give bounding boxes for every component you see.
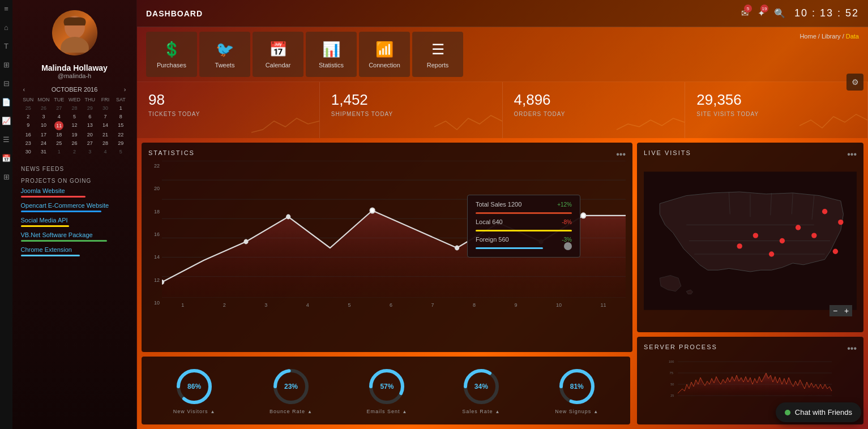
breadcrumb-data[interactable]: Data — [846, 33, 859, 40]
home-icon[interactable]: ⌂ — [4, 23, 8, 32]
gauge-circle: 23% — [271, 367, 311, 406]
calendar-day[interactable]: 13 — [83, 121, 97, 130]
calendar-day[interactable]: 5 — [67, 113, 82, 121]
gauge-label: New Signups ▲ — [555, 409, 598, 414]
menu-icon[interactable]: ≡ — [4, 5, 8, 13]
gauge-item: 81% New Signups ▲ — [555, 367, 598, 414]
chat-bubble[interactable]: Chat with Friends — [776, 402, 861, 422]
sidebar: Malinda Hollaway @malinda-h ‹ OCTOBER 20… — [12, 0, 137, 429]
calendar-day[interactable]: 30 — [98, 104, 113, 112]
tag-icon[interactable]: T — [4, 42, 8, 50]
search-icon[interactable]: 🔍 — [774, 8, 785, 19]
cal-next[interactable]: › — [124, 86, 126, 93]
calendar-day[interactable]: 20 — [83, 131, 97, 139]
gauge-label: Emails Sent ▲ — [366, 409, 407, 414]
calendar-day[interactable]: 16 — [21, 131, 36, 139]
breadcrumb-home[interactable]: Home — [799, 33, 816, 40]
project-name[interactable]: Chrome Extension — [21, 246, 129, 253]
calendar-day[interactable]: 29 — [113, 139, 128, 147]
statistics-menu[interactable]: ••• — [616, 149, 626, 160]
calendar-day[interactable]: 26 — [67, 139, 82, 147]
grid2-icon[interactable]: ⊞ — [3, 173, 10, 181]
calendar-day[interactable]: 15 — [113, 121, 128, 130]
calendar-day[interactable]: 12 — [67, 121, 82, 130]
calendar-day[interactable]: 31 — [36, 148, 51, 156]
calendar-day[interactable]: 30 — [21, 148, 36, 156]
server-process-menu[interactable]: ••• — [847, 344, 857, 354]
calendar-day[interactable]: 7 — [98, 113, 113, 121]
calendar-day[interactable]: 1 — [113, 104, 128, 112]
calendar-day[interactable]: 3 — [83, 148, 97, 156]
calendar-day[interactable]: 26 — [36, 104, 51, 112]
project-item: Social Media API — [21, 217, 129, 227]
calendar-day[interactable]: 25 — [52, 139, 66, 147]
project-name[interactable]: Opencart E-Commerce Website — [21, 202, 129, 209]
header-icon-buttons: 💲Purchases🐦Tweets📅Calendar📊Statistics📶Co… — [137, 27, 868, 81]
calendar-day[interactable]: 3 — [36, 113, 51, 121]
zoom-out-button[interactable]: − — [829, 305, 841, 316]
gauge-item: 23% Bounce Rate ▲ — [270, 367, 313, 414]
calendar-day[interactable]: 22 — [113, 131, 128, 139]
calendar-day[interactable]: 6 — [83, 113, 97, 121]
calendar-day[interactable]: 8 — [113, 113, 128, 121]
svg-point-42 — [753, 233, 758, 238]
header-btn-reports[interactable]: ☰Reports — [412, 32, 463, 77]
calendar-day[interactable]: 29 — [83, 104, 97, 112]
calendar-day[interactable]: 24 — [36, 139, 51, 147]
tooltip-foreign-change: -3% — [562, 237, 572, 243]
svg-point-43 — [737, 243, 742, 248]
project-name[interactable]: Social Media API — [21, 217, 129, 224]
tooltip-local-label: Local 640 — [476, 218, 503, 225]
chat-status-dot — [785, 410, 790, 415]
calendar-day[interactable]: 21 — [98, 131, 113, 139]
cal-prev[interactable]: ‹ — [23, 86, 25, 93]
calendar-day[interactable]: 28 — [67, 104, 82, 112]
live-visits-title: LIVE VISITS — [644, 149, 857, 156]
stats-row: 98 TICKETS TODAY 1,452 SHIPMENTS TODAY 4… — [137, 81, 868, 138]
calendar-day[interactable]: 27 — [52, 104, 66, 112]
project-name[interactable]: Joomla Website — [21, 187, 129, 194]
user-username: @malinda-h — [58, 72, 91, 79]
stat-number: 4,896 — [514, 91, 674, 109]
chart-tooltip: Total Sales 1200 +12% Local 640 -8% Fore… — [467, 195, 580, 258]
header-btn-statistics[interactable]: 📊Statistics — [306, 32, 357, 77]
notification-icon[interactable]: ✦ 19 — [758, 8, 765, 19]
calendar-day[interactable]: 25 — [21, 104, 36, 112]
zoom-in-button[interactable]: + — [841, 305, 852, 316]
header-btn-calendar[interactable]: 📅Calendar — [253, 32, 303, 77]
calendar-day[interactable]: 4 — [52, 113, 66, 121]
chart-icon[interactable]: 📈 — [2, 117, 11, 125]
calendar-day[interactable]: 1 — [52, 148, 66, 156]
live-visits-menu[interactable]: ••• — [847, 149, 857, 160]
calendar-day[interactable]: 4 — [98, 148, 113, 156]
calendar-day[interactable]: 2 — [67, 148, 82, 156]
mail-icon[interactable]: ✉ 5 — [741, 8, 749, 19]
calendar-day[interactable]: 17 — [36, 131, 51, 139]
calendar-day[interactable]: 11 — [54, 121, 63, 130]
calendar-day[interactable]: 5 — [113, 148, 128, 156]
table-icon[interactable]: ⊟ — [3, 79, 10, 88]
calendar-day[interactable]: 23 — [21, 139, 36, 147]
calendar-day[interactable]: 14 — [98, 121, 113, 130]
calendar-day[interactable]: 28 — [98, 139, 113, 147]
gauge-circle: 34% — [461, 367, 501, 406]
calendar-day[interactable]: 27 — [83, 139, 97, 147]
calendar-day[interactable]: 2 — [21, 113, 36, 121]
calendar-day[interactable]: 19 — [67, 131, 82, 139]
calendar-day[interactable]: 9 — [21, 121, 36, 130]
gauge-item: 34% Sales Rate ▲ — [461, 367, 501, 414]
svg-point-40 — [811, 233, 816, 238]
cal-icon[interactable]: 📅 — [2, 154, 11, 162]
list-icon[interactable]: ☰ — [3, 135, 10, 144]
svg-point-37 — [822, 209, 827, 214]
header-btn-tweets[interactable]: 🐦Tweets — [199, 32, 250, 77]
statistics-panel: STATISTICS ••• 22 20 18 16 14 12 10 — [142, 143, 632, 352]
doc-icon[interactable]: 📄 — [2, 98, 11, 106]
header-btn-purchases[interactable]: 💲Purchases — [146, 32, 197, 77]
calendar-day[interactable]: 10 — [36, 121, 51, 130]
breadcrumb-library[interactable]: Library — [822, 33, 841, 40]
project-name[interactable]: VB.Net Software Package — [21, 231, 129, 238]
calendar-day[interactable]: 18 — [52, 131, 66, 139]
grid-icon[interactable]: ⊞ — [3, 61, 10, 69]
header-btn-connection[interactable]: 📶Connection — [359, 32, 410, 77]
